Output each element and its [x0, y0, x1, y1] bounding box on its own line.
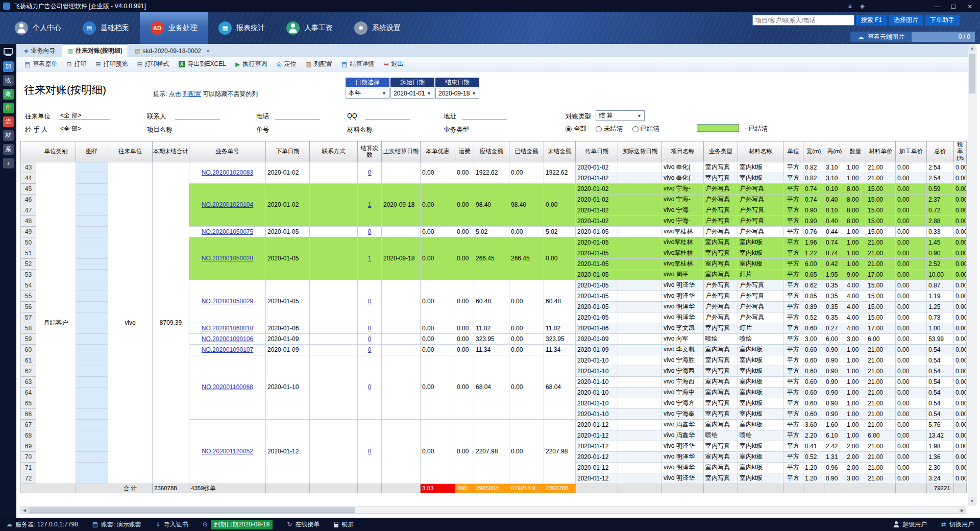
- account-type-dropdown[interactable]: 结 算 ▼: [596, 110, 645, 121]
- column-config-link[interactable]: 列配置: [183, 90, 201, 98]
- start-date-dropdown[interactable]: 2020-01-01 ▼: [390, 88, 434, 99]
- nav-item-basic-archive[interactable]: ▤基础档案: [72, 12, 140, 44]
- statusbar-import-cert[interactable]: ⇓导入证书: [156, 520, 188, 529]
- end-date-dropdown[interactable]: 2020-09-18 ▼: [435, 88, 479, 99]
- order-helper-button[interactable]: 下单助手: [925, 15, 960, 26]
- scroll-right-icon[interactable]: ▶: [959, 507, 966, 513]
- close-button[interactable]: ×: [962, 0, 978, 12]
- phone-filter-label: 电话: [256, 112, 269, 121]
- tab-reconciliation-detail[interactable]: ▥往来对账(按明细): [62, 44, 128, 57]
- minimize-button[interactable]: —: [929, 0, 945, 12]
- settle-count-link[interactable]: 1: [368, 255, 372, 262]
- tab-skd-document[interactable]: ▤skd-2020-09-18-0002×: [130, 45, 215, 57]
- nav-item-personal-center[interactable]: 个人中心: [4, 12, 72, 44]
- export-excel-button[interactable]: X导出到EXCEL: [175, 59, 230, 70]
- radio-未结清[interactable]: 未结清: [596, 125, 623, 133]
- scroll-down-icon[interactable]: ▼: [968, 497, 976, 505]
- partner-filter-input[interactable]: [59, 111, 110, 120]
- order-no-link[interactable]: NO.202001050029: [202, 298, 253, 305]
- search-button[interactable]: 搜索 F1: [856, 15, 887, 26]
- order-no-link[interactable]: NO.202001020083: [202, 169, 253, 176]
- sidebar-item-加[interactable]: 加: [3, 61, 14, 72]
- settle-count-link[interactable]: 1: [368, 201, 372, 208]
- freight-cell: 0.00: [455, 183, 474, 226]
- nav-item-system-settings[interactable]: ✱系统设置: [344, 12, 411, 44]
- order-no-link[interactable]: NO.202001100068: [202, 383, 253, 391]
- qq-filter-input[interactable]: [365, 111, 410, 120]
- print-button[interactable]: ⊡打印: [62, 59, 90, 70]
- nav-item-report-stats[interactable]: ▦报表统计: [208, 12, 276, 44]
- unsettled-amount-cell: 68.04: [544, 355, 576, 419]
- order-no-link[interactable]: NO.202001090106: [202, 335, 253, 343]
- order-no-link[interactable]: NO.202001050028: [202, 255, 253, 262]
- decoration-icon[interactable]: ◈: [860, 3, 865, 10]
- locate-button[interactable]: ◎定位: [272, 59, 300, 70]
- settle-count-link[interactable]: 0: [368, 325, 372, 332]
- nav-item-hr-payroll[interactable]: 人事工资: [276, 12, 344, 44]
- column-config-button[interactable]: ▥列配置: [302, 59, 336, 70]
- order-no-link[interactable]: NO.202001020104: [202, 201, 253, 208]
- sidebar-item-单[interactable]: 单: [3, 103, 14, 113]
- order-no-link[interactable]: NO.202001050075: [202, 228, 253, 235]
- sidebar-item-收[interactable]: 收: [3, 75, 14, 86]
- vertical-scroll-thumb[interactable]: [969, 54, 975, 93]
- horizontal-scroll-thumb[interactable]: [29, 508, 355, 513]
- sidebar-item-账[interactable]: 账: [3, 89, 14, 100]
- statusbar-account-set[interactable]: ▤账套: 演示账套: [92, 520, 141, 529]
- tax-cell: 0.00: [954, 441, 967, 451]
- vertical-scrollbar[interactable]: ▲ ▼: [968, 44, 976, 505]
- titlebar-icons: ≡ ◈: [848, 3, 865, 10]
- settle-count-link[interactable]: 0: [368, 169, 372, 176]
- pick-image-button[interactable]: 选择图片: [889, 15, 923, 26]
- statusbar-switch-user[interactable]: ⇄切换用户: [941, 520, 974, 529]
- settle-count-link[interactable]: 0: [368, 346, 372, 353]
- order-no-link[interactable]: NO.202001060018: [202, 325, 253, 332]
- order-no-link[interactable]: NO.202001120052: [202, 448, 253, 455]
- statusbar-online-orders[interactable]: ↻在线接单: [287, 520, 320, 529]
- search-input[interactable]: [752, 15, 854, 26]
- exit-button[interactable]: ↪退出: [379, 59, 407, 70]
- material-filter-input[interactable]: [365, 125, 410, 133]
- phone-filter-input[interactable]: [275, 111, 320, 120]
- order-no-link[interactable]: NO.202001090107: [202, 346, 253, 353]
- height-cell: 0.40: [824, 194, 845, 205]
- order-no-filter-input[interactable]: [275, 125, 320, 133]
- close-tab-icon[interactable]: ×: [206, 47, 210, 55]
- settlement-detail-button[interactable]: ▤结算详情: [337, 59, 378, 70]
- maximize-button[interactable]: □: [945, 0, 962, 12]
- date-select-dropdown[interactable]: 本年 ▼: [346, 88, 389, 99]
- sidebar-item-流[interactable]: 流: [3, 116, 14, 127]
- settle-count-link[interactable]: 0: [368, 228, 372, 235]
- settle-count-link[interactable]: 0: [368, 298, 372, 305]
- settle-count-link[interactable]: 0: [368, 448, 372, 455]
- settle-count-link[interactable]: 0: [368, 383, 372, 391]
- view-original-button[interactable]: ▤查看原单: [20, 59, 61, 70]
- print-style-button[interactable]: ⊟打印样式: [133, 59, 173, 70]
- view-cloud-images-button[interactable]: ☁ 查看云端图片: [850, 32, 912, 42]
- menu-icon[interactable]: ≡: [848, 3, 852, 10]
- nav-item-business-process[interactable]: AD业务处理: [140, 12, 208, 44]
- radio-全部[interactable]: 全部: [566, 125, 586, 133]
- biz-type-filter-input[interactable]: [462, 125, 507, 133]
- statusbar-lock-screen[interactable]: 锁屏: [334, 520, 354, 529]
- radio-已结清[interactable]: 已结清: [632, 125, 660, 133]
- contact-filter-input[interactable]: [175, 111, 220, 120]
- handler-filter-input[interactable]: [59, 125, 110, 133]
- tab-business-wizard[interactable]: ◈业务向导: [19, 45, 60, 57]
- sidebar-item-+[interactable]: +: [3, 158, 14, 168]
- scroll-left-icon[interactable]: ◀: [21, 507, 28, 513]
- delivery-date-cell: [618, 387, 662, 398]
- sidebar-item-材[interactable]: 材: [3, 130, 14, 141]
- project-filter-input[interactable]: [175, 125, 220, 133]
- horizontal-scrollbar[interactable]: ◀ ▶: [20, 506, 966, 514]
- print-preview-button[interactable]: ⊞打印预览: [91, 59, 132, 70]
- sidebar-item-系[interactable]: 系: [3, 144, 14, 155]
- monitor-icon[interactable]: [4, 48, 13, 55]
- run-query-button[interactable]: ▶执行查询: [231, 59, 271, 70]
- statusbar-server-info[interactable]: ☁服务器: 127.0.0.1:7798: [6, 520, 78, 529]
- settle-count-link[interactable]: 0: [368, 335, 372, 343]
- scroll-up-icon[interactable]: ▲: [968, 44, 976, 52]
- address-filter-input[interactable]: [462, 111, 507, 120]
- statusbar-super-user[interactable]: 超级用户: [893, 520, 927, 529]
- statusbar-expiry-date[interactable]: ⊙到期日期2020-09-19: [203, 520, 273, 529]
